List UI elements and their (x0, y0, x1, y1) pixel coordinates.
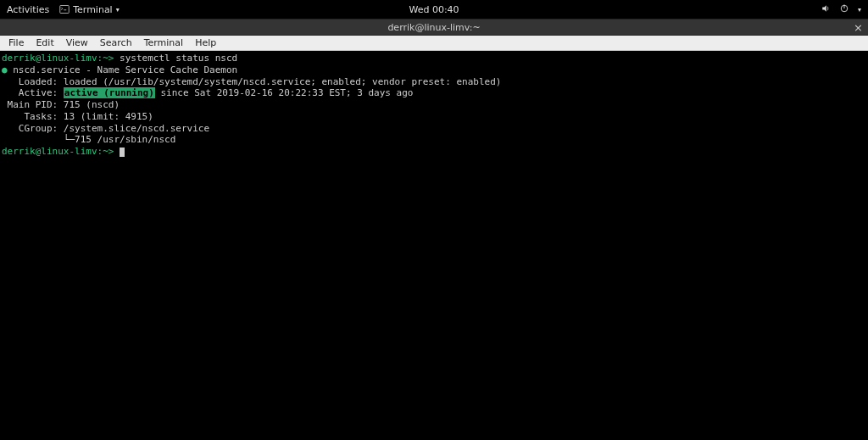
power-icon[interactable] (839, 3, 849, 16)
gnome-top-bar: Activities Terminal ▾ Wed 00:40 ▾ (0, 0, 868, 19)
cgroup-tree: └─715 /usr/sbin/nscd (2, 134, 175, 145)
menu-help[interactable]: Help (190, 36, 221, 49)
menu-search[interactable]: Search (95, 36, 137, 49)
app-menu[interactable]: Terminal ▾ (59, 4, 120, 15)
cgroup-value: /system.slice/nscd.service (64, 123, 209, 134)
terminal-icon (59, 4, 70, 14)
loaded-value: loaded (/usr/lib/systemd/system/nscd.ser… (64, 76, 502, 87)
active-status: active (running) (64, 87, 155, 98)
menu-file[interactable]: File (3, 36, 29, 49)
system-menu-dropdown-icon[interactable]: ▾ (858, 6, 861, 14)
close-icon[interactable]: × (854, 21, 863, 34)
loaded-label: Loaded: (2, 76, 64, 87)
window-title: derrik@linux-limv:~ (387, 22, 480, 33)
menu-edit[interactable]: Edit (31, 36, 58, 49)
menu-view[interactable]: View (61, 36, 93, 49)
app-menu-label: Terminal (73, 4, 113, 15)
active-since: since Sat 2019-02-16 20:22:33 EST; 3 day… (155, 87, 414, 98)
tasks-label: Tasks: (2, 111, 64, 122)
command-text: systemctl status nscd (114, 53, 237, 64)
active-label: Active: (2, 87, 64, 98)
svg-rect-0 (60, 6, 70, 14)
menu-terminal[interactable]: Terminal (139, 36, 189, 49)
volume-icon[interactable] (821, 3, 831, 16)
cursor (120, 148, 125, 157)
mainpid-label: Main PID: (2, 99, 64, 110)
activities-button[interactable]: Activities (7, 4, 49, 15)
prompt-line: derrik@linux-limv:~> (2, 146, 120, 157)
clock[interactable]: Wed 00:40 (409, 4, 459, 15)
status-dot-icon: ● (2, 64, 8, 75)
mainpid-value: 715 (nscd) (64, 99, 120, 110)
terminal-menubar: File Edit View Search Terminal Help (0, 36, 868, 51)
cgroup-label: CGroup: (2, 123, 64, 134)
window-titlebar: derrik@linux-limv:~ × (0, 19, 868, 36)
service-name-line: nscd.service - Name Service Cache Daemon (8, 64, 238, 75)
dropdown-icon: ▾ (116, 6, 120, 14)
terminal-output[interactable]: derrik@linux-limv:~> systemctl status ns… (0, 51, 868, 440)
prompt-line: derrik@linux-limv:~> (2, 53, 114, 64)
tasks-value: 13 (limit: 4915) (64, 111, 153, 122)
